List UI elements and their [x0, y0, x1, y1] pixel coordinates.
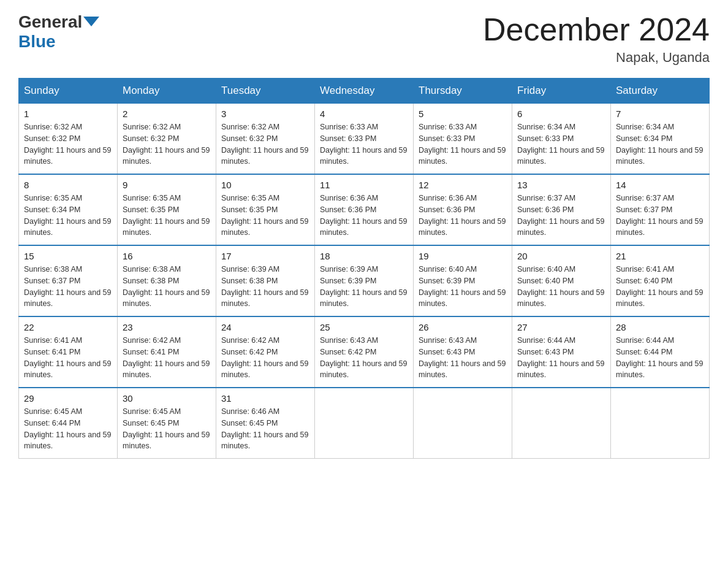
day-info: Sunrise: 6:36 AM Sunset: 6:36 PM Dayligh… [419, 193, 507, 239]
calendar-header-wednesday: Wednesday [315, 79, 414, 104]
calendar-cell: 19 Sunrise: 6:40 AM Sunset: 6:39 PM Dayl… [414, 245, 512, 316]
day-info: Sunrise: 6:34 AM Sunset: 6:34 PM Dayligh… [616, 121, 704, 167]
day-number: 30 [123, 393, 211, 404]
day-info: Sunrise: 6:42 AM Sunset: 6:42 PM Dayligh… [221, 335, 309, 381]
day-info: Sunrise: 6:37 AM Sunset: 6:37 PM Dayligh… [616, 193, 704, 239]
day-info: Sunrise: 6:40 AM Sunset: 6:39 PM Dayligh… [419, 264, 507, 310]
calendar-cell [315, 388, 414, 459]
day-number: 13 [517, 180, 605, 190]
logo-general: General [18, 12, 82, 32]
day-info: Sunrise: 6:46 AM Sunset: 6:45 PM Dayligh… [221, 406, 309, 452]
day-number: 14 [616, 180, 704, 190]
calendar-cell: 17 Sunrise: 6:39 AM Sunset: 6:38 PM Dayl… [216, 245, 315, 316]
calendar-cell: 2 Sunrise: 6:32 AM Sunset: 6:32 PM Dayli… [118, 104, 216, 175]
day-info: Sunrise: 6:39 AM Sunset: 6:38 PM Dayligh… [221, 264, 309, 310]
day-number: 3 [221, 109, 309, 119]
calendar-cell: 22 Sunrise: 6:41 AM Sunset: 6:41 PM Dayl… [19, 316, 118, 388]
calendar-header-tuesday: Tuesday [216, 79, 315, 104]
day-number: 29 [24, 393, 112, 404]
day-number: 26 [419, 322, 507, 332]
day-number: 18 [320, 251, 408, 261]
calendar-week-row: 1 Sunrise: 6:32 AM Sunset: 6:32 PM Dayli… [19, 104, 710, 175]
day-info: Sunrise: 6:39 AM Sunset: 6:39 PM Dayligh… [320, 264, 408, 310]
day-info: Sunrise: 6:32 AM Sunset: 6:32 PM Dayligh… [221, 121, 309, 167]
calendar-cell: 1 Sunrise: 6:32 AM Sunset: 6:32 PM Dayli… [19, 104, 118, 175]
calendar-cell: 16 Sunrise: 6:38 AM Sunset: 6:38 PM Dayl… [118, 245, 216, 316]
calendar-week-row: 8 Sunrise: 6:35 AM Sunset: 6:34 PM Dayli… [19, 174, 710, 245]
day-number: 1 [24, 109, 112, 119]
calendar-cell: 23 Sunrise: 6:42 AM Sunset: 6:41 PM Dayl… [118, 316, 216, 388]
calendar-cell: 15 Sunrise: 6:38 AM Sunset: 6:37 PM Dayl… [19, 245, 118, 316]
calendar-cell: 12 Sunrise: 6:36 AM Sunset: 6:36 PM Dayl… [414, 174, 512, 245]
calendar-cell: 10 Sunrise: 6:35 AM Sunset: 6:35 PM Dayl… [216, 174, 315, 245]
logo-blue: Blue [18, 32, 56, 51]
day-info: Sunrise: 6:41 AM Sunset: 6:41 PM Dayligh… [24, 335, 112, 381]
logo: General Blue [18, 12, 99, 52]
day-info: Sunrise: 6:34 AM Sunset: 6:33 PM Dayligh… [517, 121, 605, 167]
page-header: General Blue December 2024 Napak, Uganda [18, 12, 710, 66]
calendar-cell: 25 Sunrise: 6:43 AM Sunset: 6:42 PM Dayl… [315, 316, 414, 388]
day-number: 5 [419, 109, 507, 119]
day-number: 27 [517, 322, 605, 332]
day-info: Sunrise: 6:37 AM Sunset: 6:36 PM Dayligh… [517, 193, 605, 239]
location: Napak, Uganda [483, 50, 710, 66]
calendar-week-row: 15 Sunrise: 6:38 AM Sunset: 6:37 PM Dayl… [19, 245, 710, 316]
calendar-cell [512, 388, 611, 459]
calendar-cell: 5 Sunrise: 6:33 AM Sunset: 6:33 PM Dayli… [414, 104, 512, 175]
day-info: Sunrise: 6:38 AM Sunset: 6:38 PM Dayligh… [123, 264, 211, 310]
calendar-cell: 20 Sunrise: 6:40 AM Sunset: 6:40 PM Dayl… [512, 245, 611, 316]
day-number: 24 [221, 322, 309, 332]
calendar-cell: 27 Sunrise: 6:44 AM Sunset: 6:43 PM Dayl… [512, 316, 611, 388]
calendar-header-friday: Friday [512, 79, 611, 104]
day-info: Sunrise: 6:38 AM Sunset: 6:37 PM Dayligh… [24, 264, 112, 310]
calendar-cell: 6 Sunrise: 6:34 AM Sunset: 6:33 PM Dayli… [512, 104, 611, 175]
day-info: Sunrise: 6:36 AM Sunset: 6:36 PM Dayligh… [320, 193, 408, 239]
day-info: Sunrise: 6:33 AM Sunset: 6:33 PM Dayligh… [320, 121, 408, 167]
calendar-cell: 11 Sunrise: 6:36 AM Sunset: 6:36 PM Dayl… [315, 174, 414, 245]
day-number: 10 [221, 180, 309, 190]
day-number: 25 [320, 322, 408, 332]
calendar-cell: 4 Sunrise: 6:33 AM Sunset: 6:33 PM Dayli… [315, 104, 414, 175]
calendar-header-row: SundayMondayTuesdayWednesdayThursdayFrid… [19, 79, 710, 104]
calendar-cell: 7 Sunrise: 6:34 AM Sunset: 6:34 PM Dayli… [611, 104, 710, 175]
day-info: Sunrise: 6:42 AM Sunset: 6:41 PM Dayligh… [123, 335, 211, 381]
day-info: Sunrise: 6:43 AM Sunset: 6:42 PM Dayligh… [320, 335, 408, 381]
day-info: Sunrise: 6:32 AM Sunset: 6:32 PM Dayligh… [123, 121, 211, 167]
day-info: Sunrise: 6:35 AM Sunset: 6:35 PM Dayligh… [221, 193, 309, 239]
day-number: 17 [221, 251, 309, 261]
title-section: December 2024 Napak, Uganda [483, 12, 710, 66]
logo-triangle-icon [83, 17, 99, 26]
day-number: 28 [616, 322, 704, 332]
calendar-week-row: 22 Sunrise: 6:41 AM Sunset: 6:41 PM Dayl… [19, 316, 710, 388]
calendar-cell: 26 Sunrise: 6:43 AM Sunset: 6:43 PM Dayl… [414, 316, 512, 388]
day-number: 21 [616, 251, 704, 261]
day-number: 23 [123, 322, 211, 332]
day-number: 22 [24, 322, 112, 332]
calendar-cell: 8 Sunrise: 6:35 AM Sunset: 6:34 PM Dayli… [19, 174, 118, 245]
calendar-cell: 30 Sunrise: 6:45 AM Sunset: 6:45 PM Dayl… [118, 388, 216, 459]
day-info: Sunrise: 6:32 AM Sunset: 6:32 PM Dayligh… [24, 121, 112, 167]
calendar-cell: 3 Sunrise: 6:32 AM Sunset: 6:32 PM Dayli… [216, 104, 315, 175]
calendar-cell: 24 Sunrise: 6:42 AM Sunset: 6:42 PM Dayl… [216, 316, 315, 388]
calendar-table: SundayMondayTuesdayWednesdayThursdayFrid… [18, 78, 710, 459]
day-info: Sunrise: 6:45 AM Sunset: 6:44 PM Dayligh… [24, 406, 112, 452]
calendar-cell [611, 388, 710, 459]
day-info: Sunrise: 6:33 AM Sunset: 6:33 PM Dayligh… [419, 121, 507, 167]
day-number: 16 [123, 251, 211, 261]
day-info: Sunrise: 6:43 AM Sunset: 6:43 PM Dayligh… [419, 335, 507, 381]
calendar-cell: 9 Sunrise: 6:35 AM Sunset: 6:35 PM Dayli… [118, 174, 216, 245]
day-info: Sunrise: 6:40 AM Sunset: 6:40 PM Dayligh… [517, 264, 605, 310]
day-number: 19 [419, 251, 507, 261]
day-number: 9 [123, 180, 211, 190]
day-info: Sunrise: 6:44 AM Sunset: 6:44 PM Dayligh… [616, 335, 704, 381]
day-number: 11 [320, 180, 408, 190]
calendar-cell [414, 388, 512, 459]
month-title: December 2024 [483, 12, 710, 47]
day-info: Sunrise: 6:35 AM Sunset: 6:35 PM Dayligh… [123, 193, 211, 239]
day-number: 4 [320, 109, 408, 119]
calendar-cell: 21 Sunrise: 6:41 AM Sunset: 6:40 PM Dayl… [611, 245, 710, 316]
calendar-cell: 29 Sunrise: 6:45 AM Sunset: 6:44 PM Dayl… [19, 388, 118, 459]
calendar-cell: 14 Sunrise: 6:37 AM Sunset: 6:37 PM Dayl… [611, 174, 710, 245]
calendar-cell: 13 Sunrise: 6:37 AM Sunset: 6:36 PM Dayl… [512, 174, 611, 245]
day-number: 15 [24, 251, 112, 261]
